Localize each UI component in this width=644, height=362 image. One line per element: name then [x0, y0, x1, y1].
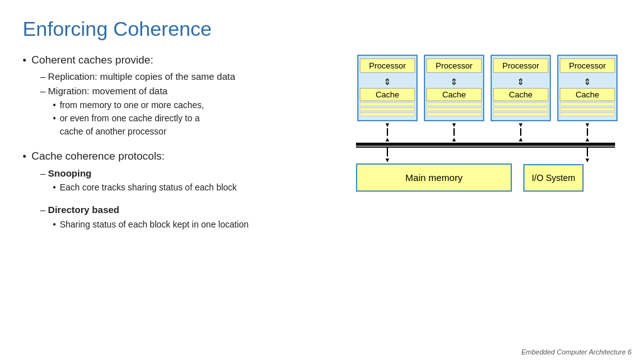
bullet-coherent: • Coherent caches provide: – Replication… — [23, 52, 343, 138]
conn4: ▼ ▲ — [556, 121, 619, 143]
sub-sub-from-cache: • or even from one cache directly to a c… — [53, 112, 343, 138]
cache-line — [426, 112, 482, 116]
bullet2-dot: • — [23, 148, 26, 165]
snooping-label: Snooping — [48, 167, 91, 181]
arrow-2: ⇕ — [450, 77, 458, 87]
conn-lower-2-spacer — [423, 148, 486, 163]
processors-row: Processor ⇕ Cache — [356, 55, 621, 121]
dash4: – — [40, 203, 45, 217]
sub-item-snooping: – Snooping — [40, 167, 343, 181]
bullet2-label: Cache coherence protocols: — [31, 148, 165, 165]
cache-line — [426, 102, 482, 106]
cache-lines-4 — [560, 102, 615, 116]
proc-box-4: Processor ⇕ Cache — [557, 55, 618, 121]
cache-label-1: Cache — [360, 88, 415, 101]
sub-list-2: – Snooping • Each core tracks sharing st… — [40, 167, 343, 231]
directory-sub-text: Sharing status of each block kept in one… — [60, 218, 248, 231]
cache-line — [560, 102, 615, 106]
proc-unit-1: Processor ⇕ Cache — [356, 55, 419, 121]
content-area: • Coherent caches provide: – Replication… — [23, 52, 621, 238]
snooping-sub-list: • Each core tracks sharing status of eac… — [53, 181, 343, 194]
dash1: – — [40, 70, 45, 84]
from-memory-text: from memory to one or more caches, — [60, 99, 204, 112]
cache-lines-2 — [426, 102, 482, 116]
bus-top — [356, 143, 615, 146]
sub-list-1: – Replication: multiple copies of the sa… — [40, 70, 343, 138]
cache-line — [493, 107, 548, 111]
io-system-box: I/O System — [523, 164, 584, 192]
memory-io-row: Main memory I/O System — [356, 163, 621, 192]
sub-item-migration: – Migration: movement of data — [40, 84, 343, 99]
cache-line — [493, 102, 548, 106]
text-section: • Coherent caches provide: – Replication… — [23, 52, 343, 238]
bullet1-label: Coherent caches provide: — [31, 52, 153, 69]
proc-label-4: Processor — [560, 58, 615, 73]
snooping-sub-text: Each core tracks sharing status of each … — [60, 181, 237, 194]
bullet1-dot: • — [23, 52, 26, 69]
sub-sub-from-memory: • from memory to one or more caches, — [53, 99, 343, 112]
proc-label-2: Processor — [426, 58, 482, 73]
from-cache-text: or even from one cache directly to a cac… — [60, 112, 200, 138]
arrow-3: ⇕ — [517, 77, 525, 87]
slide: Enforcing Coherence • Coherent caches pr… — [0, 0, 644, 362]
cache-label-2: Cache — [426, 88, 482, 101]
proc-box-1: Processor ⇕ Cache — [357, 55, 418, 121]
cache-line — [360, 102, 415, 106]
proc-label-1: Processor — [360, 58, 415, 73]
diagram-section: Processor ⇕ Cache — [356, 52, 621, 238]
footer: Embedded Computer Architecture 6 — [521, 348, 631, 356]
main-memory-label: Main memory — [406, 172, 463, 183]
conn2: ▼ ▲ — [423, 121, 486, 143]
slide-title: Enforcing Coherence — [23, 18, 621, 41]
replication-text: Replication: multiple copies of the same… — [48, 70, 235, 84]
cache-line — [360, 107, 415, 111]
proc-label-3: Processor — [493, 58, 548, 73]
directory-label: Directory based — [48, 203, 119, 217]
sub-item-replication: – Replication: multiple copies of the sa… — [40, 70, 343, 84]
arrow-4: ⇕ — [584, 77, 591, 87]
proc-unit-2: Processor ⇕ Cache — [423, 55, 486, 121]
cache-line — [426, 107, 482, 111]
conn-lower-3-spacer — [489, 148, 552, 163]
dash3: – — [40, 167, 45, 181]
directory-sub-item: • Sharing status of each block kept in o… — [53, 218, 343, 231]
dash2: – — [40, 84, 45, 99]
lower-connectors: ▼ ▼ — [356, 148, 621, 163]
cache-line — [493, 112, 548, 116]
cache-line — [560, 107, 615, 111]
bullet-sm2: • — [53, 112, 56, 125]
migration-text: Migration: movement of data — [48, 84, 167, 99]
bullet-sm3: • — [53, 181, 56, 194]
conn3: ▼ ▲ — [489, 121, 552, 143]
proc-box-3: Processor ⇕ Cache — [491, 55, 551, 121]
bullet-protocols: • Cache coherence protocols: – Snooping … — [23, 148, 343, 231]
conn1: ▼ ▲ — [356, 121, 419, 143]
bullet-sm1: • — [53, 99, 56, 112]
cache-label-4: Cache — [560, 88, 615, 101]
bullet2-text: • Cache coherence protocols: — [23, 148, 343, 165]
proc-unit-3: Processor ⇕ Cache — [489, 55, 552, 121]
bullet1-text: • Coherent caches provide: — [23, 52, 343, 69]
cache-line — [560, 112, 615, 116]
main-memory-box: Main memory — [356, 163, 512, 192]
upper-connectors: ▼ ▲ ▼ ▲ ▼ — [356, 121, 621, 143]
diagram-wrapper: Processor ⇕ Cache — [356, 55, 621, 192]
conn-lower-1: ▼ — [356, 148, 419, 163]
sub-item-directory: – Directory based — [40, 203, 343, 217]
cache-line — [360, 112, 415, 116]
cache-lines-1 — [360, 102, 415, 116]
bullet-sm4: • — [53, 218, 56, 231]
arrow-1: ⇕ — [384, 77, 391, 87]
conn-lower-4: ▼ — [556, 148, 619, 163]
proc-unit-4: Processor ⇕ Cache — [556, 55, 619, 121]
cache-label-3: Cache — [493, 88, 548, 101]
snooping-sub-item: • Each core tracks sharing status of eac… — [53, 181, 343, 194]
cache-lines-3 — [493, 102, 548, 116]
sub-sub-list: • from memory to one or more caches, • o… — [53, 99, 343, 138]
io-system-label: I/O System — [531, 173, 575, 183]
directory-sub-list: • Sharing status of each block kept in o… — [53, 218, 343, 231]
proc-box-2: Processor ⇕ Cache — [424, 55, 484, 121]
